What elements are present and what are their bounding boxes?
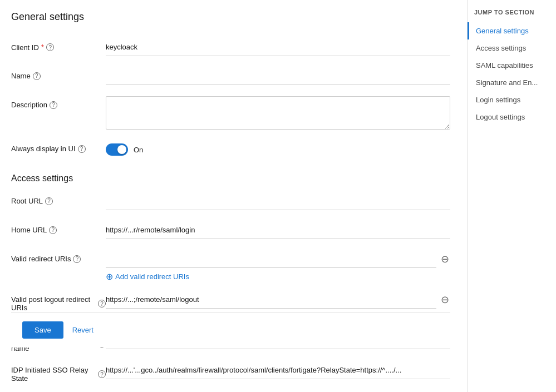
idp-relay-input[interactable] bbox=[106, 361, 450, 379]
name-label: Name ? bbox=[11, 67, 106, 80]
add-valid-redirect-icon: ⊕ bbox=[106, 271, 113, 282]
idp-relay-field bbox=[106, 361, 450, 379]
name-input[interactable] bbox=[106, 67, 450, 85]
nav-item-logout[interactable]: Logout settings bbox=[468, 108, 556, 126]
home-url-label: Home URL ? bbox=[11, 221, 106, 234]
client-id-input[interactable] bbox=[106, 38, 450, 56]
bottom-bar: Save Revert bbox=[11, 312, 450, 348]
client-id-field bbox=[106, 38, 450, 56]
general-settings-title: General settings bbox=[11, 11, 450, 27]
toggle-on-label: On bbox=[134, 146, 143, 154]
root-url-label: Root URL ? bbox=[11, 192, 106, 205]
home-url-field bbox=[106, 221, 450, 239]
valid-redirect-label: Valid redirect URIs ? bbox=[11, 250, 106, 263]
description-help-icon[interactable]: ? bbox=[50, 101, 57, 109]
always-display-toggle[interactable] bbox=[106, 143, 128, 156]
right-sidebar: Jump to section General settings Access … bbox=[467, 0, 556, 392]
description-textarea[interactable] bbox=[106, 96, 450, 130]
valid-redirect-field: ⊖ ⊕ Add valid redirect URIs bbox=[106, 250, 450, 282]
idp-relay-label: IDP Initiated SSO Relay State ? bbox=[11, 361, 106, 383]
valid-redirect-row: Valid redirect URIs ? ⊖ ⊕ Add valid redi… bbox=[11, 250, 450, 282]
valid-post-logout-remove-button[interactable]: ⊖ bbox=[440, 295, 450, 305]
required-marker: * bbox=[41, 43, 44, 52]
nav-item-saml[interactable]: SAML capabilities bbox=[468, 57, 556, 74]
jump-section-title: Jump to section bbox=[468, 9, 556, 22]
valid-redirect-input-group: ⊖ bbox=[106, 250, 450, 268]
name-help-icon[interactable]: ? bbox=[33, 72, 41, 80]
revert-button[interactable]: Revert bbox=[72, 326, 94, 334]
always-display-help-icon[interactable]: ? bbox=[78, 145, 86, 153]
nav-item-signature[interactable]: Signature and En... bbox=[468, 74, 556, 91]
description-field bbox=[106, 96, 450, 131]
always-display-label: Always display in UI ? bbox=[11, 140, 106, 153]
toggle-container: On bbox=[106, 140, 450, 156]
valid-post-logout-label: Valid post logout redirect URIs ? bbox=[11, 291, 106, 312]
add-valid-redirect-button[interactable]: ⊕ Add valid redirect URIs bbox=[106, 271, 189, 282]
valid-post-logout-input[interactable] bbox=[106, 291, 436, 309]
idp-relay-row: IDP Initiated SSO Relay State ? bbox=[11, 361, 450, 383]
idp-relay-help-icon[interactable]: ? bbox=[98, 370, 106, 378]
nav-item-login[interactable]: Login settings bbox=[468, 91, 556, 108]
root-url-row: Root URL ? bbox=[11, 192, 450, 212]
home-url-input[interactable] bbox=[106, 221, 450, 239]
save-button[interactable]: Save bbox=[22, 321, 63, 339]
valid-redirect-input[interactable] bbox=[106, 250, 436, 268]
client-id-help-icon[interactable]: ? bbox=[46, 43, 54, 51]
main-content: General settings Client ID * ? Name ? De… bbox=[0, 0, 467, 392]
description-row: Description ? bbox=[11, 96, 450, 131]
always-display-field: On bbox=[106, 140, 450, 156]
description-label: Description ? bbox=[11, 96, 106, 109]
valid-redirect-help-icon[interactable]: ? bbox=[73, 255, 81, 263]
root-url-input[interactable] bbox=[106, 192, 450, 210]
client-id-row: Client ID * ? bbox=[11, 38, 450, 58]
valid-redirect-remove-button[interactable]: ⊖ bbox=[440, 254, 450, 264]
always-display-row: Always display in UI ? On bbox=[11, 140, 450, 160]
home-url-row: Home URL ? bbox=[11, 221, 450, 241]
root-url-field bbox=[106, 192, 450, 210]
home-url-help-icon[interactable]: ? bbox=[49, 226, 57, 234]
access-settings-title: Access settings bbox=[11, 173, 450, 183]
toggle-thumb bbox=[117, 145, 126, 154]
toggle-track bbox=[106, 143, 128, 156]
name-field bbox=[106, 67, 450, 85]
root-url-help-icon[interactable]: ? bbox=[45, 197, 53, 205]
nav-item-general[interactable]: General settings bbox=[468, 22, 556, 39]
name-row: Name ? bbox=[11, 67, 450, 87]
valid-post-logout-help-icon[interactable]: ? bbox=[98, 300, 106, 307]
client-id-label: Client ID * ? bbox=[11, 38, 106, 52]
nav-item-access[interactable]: Access settings bbox=[468, 39, 556, 57]
valid-post-logout-input-group: ⊖ bbox=[106, 291, 450, 309]
